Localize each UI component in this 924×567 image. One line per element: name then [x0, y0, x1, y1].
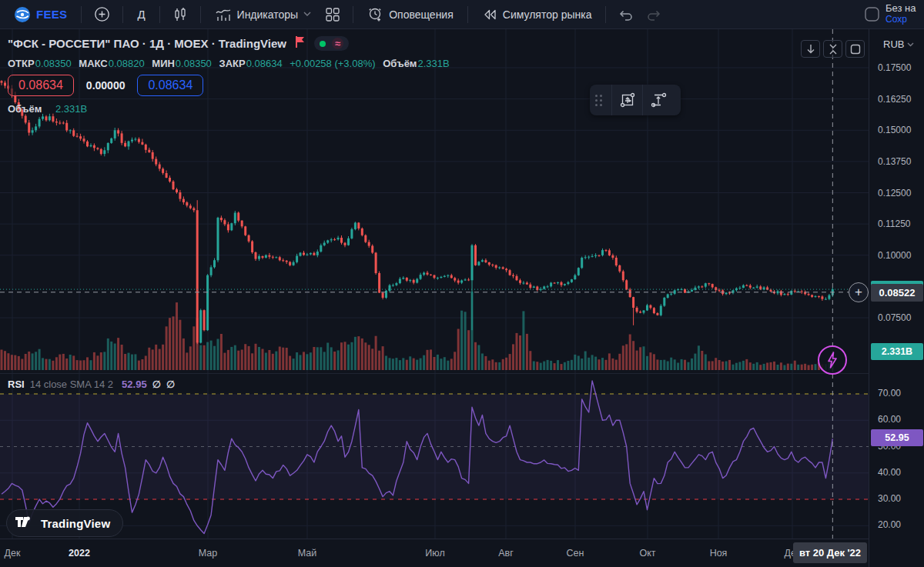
price-axis[interactable]: RUB 0.175000.162500.150000.137500.125000…: [869, 29, 924, 567]
top-toolbar: FEES Д Индикаторы: [0, 0, 924, 29]
price-tick: 0.13750: [869, 156, 924, 167]
price-range-button[interactable]: [642, 85, 673, 115]
market-status-dot: [320, 41, 326, 47]
lightning-icon: [825, 352, 839, 369]
layout-templates-button[interactable]: [319, 3, 346, 26]
tradingview-app: FEES Д Индикаторы: [0, 0, 924, 567]
price-tick: 0.11250: [869, 218, 924, 229]
tradingview-watermark[interactable]: TradingView: [6, 509, 123, 537]
time-axis-month-label: Сен: [567, 548, 584, 559]
status-toggle[interactable]: ≈: [314, 36, 349, 51]
arrow-down-icon: [805, 43, 817, 55]
time-axis-month-label: Окт: [639, 548, 655, 559]
toolbar-separator: [353, 6, 353, 23]
square-outline-icon: [864, 6, 880, 22]
chart-title[interactable]: "ФСК - РОССЕТИ" ПАО · 1Д · MOEX · Tradin…: [8, 37, 286, 50]
rsi-sma-empty-1: ∅: [152, 379, 161, 390]
sell-button[interactable]: 0.08634: [8, 75, 74, 96]
time-axis-month-label: Дек: [5, 548, 21, 559]
chevron-down-icon: [303, 12, 311, 17]
candles-layer: [1, 80, 834, 344]
time-axis[interactable]: Дек2022МарМайИюлАвгСенОктНояДек вт 20 Де…: [0, 539, 869, 567]
time-axis-month-label: Мар: [199, 548, 217, 559]
change-value: +0.00258 (+3.08%): [290, 58, 375, 69]
toolbar-separator: [467, 6, 468, 23]
time-axis-month-label: Май: [298, 548, 317, 559]
price-tick: 0.15000: [869, 125, 924, 135]
replay-button[interactable]: Симулятор рынка: [474, 3, 600, 26]
toolbar-separator: [81, 6, 82, 23]
chevron-down-icon: [907, 42, 914, 47]
buy-button[interactable]: 0.08634: [137, 75, 203, 96]
rsi-tick: 30.00: [869, 493, 924, 504]
rsi-sma-empty-2: ∅: [166, 379, 175, 390]
spread-value: 0.00000: [74, 79, 138, 92]
tradingview-logo-icon: [15, 516, 35, 530]
date-price-range-icon: [619, 92, 636, 108]
low-value: 0.08350: [176, 58, 212, 69]
price-tick: 0.07500: [869, 312, 924, 323]
symbol-name: FEES: [36, 8, 67, 21]
currency-label: RUB: [883, 38, 904, 50]
drag-handle-icon[interactable]: [595, 95, 608, 106]
toolbar-separator: [605, 6, 606, 23]
redo-button[interactable]: [640, 3, 668, 26]
indicators-label: Индикаторы: [237, 8, 299, 21]
layout-checkbox[interactable]: [864, 6, 880, 25]
undo-button[interactable]: [612, 3, 640, 26]
rsi-chart-svg[interactable]: [0, 374, 869, 539]
rsi-tick: 60.00: [869, 414, 924, 425]
high-label: МАКС: [79, 58, 107, 69]
indicators-button[interactable]: Индикаторы: [207, 3, 320, 26]
currency-selector[interactable]: RUB: [869, 38, 924, 50]
toolbar-separator: [159, 6, 160, 23]
crosshair-price-badge: 0.08522: [871, 284, 923, 302]
volume-label: Объём: [383, 58, 417, 69]
rsi-params: 14 close SMA 14 2: [30, 379, 113, 390]
collapse-pane-button[interactable]: [823, 40, 842, 58]
rsi-legend[interactable]: RSI 14 close SMA 14 2 52.95 ∅ ∅: [8, 379, 175, 390]
rsi-tick: 20.00: [869, 519, 924, 530]
rsi-band-fill: [0, 394, 869, 499]
rsi-pane[interactable]: RSI 14 close SMA 14 2 52.95 ∅ ∅ TradingV…: [0, 373, 869, 539]
date-price-range-button[interactable]: [611, 85, 642, 115]
flash-order-button[interactable]: [818, 345, 847, 375]
flag-icon[interactable]: [294, 35, 306, 52]
approx-toggle[interactable]: ≈: [332, 38, 343, 49]
replay-label: Симулятор рынка: [503, 8, 592, 21]
volume-indicator-row[interactable]: Объём 2.331B: [8, 103, 454, 115]
open-label: ОТКР: [8, 58, 35, 69]
symbol-button[interactable]: FEES: [6, 3, 75, 26]
price-pane[interactable]: "ФСК - РОССЕТИ" ПАО · 1Д · MOEX · Tradin…: [0, 29, 869, 373]
close-value: 0.08634: [246, 58, 283, 69]
scroll-to-recent-button[interactable]: [801, 40, 820, 58]
volume-indicator-label: Объём: [8, 103, 42, 115]
volume-bars-layer: [1, 292, 834, 370]
rewind-icon: [482, 8, 497, 22]
quick-trade-plus-button[interactable]: +: [849, 282, 869, 302]
interval-button[interactable]: Д: [129, 3, 152, 26]
chart-type-button[interactable]: [166, 3, 194, 26]
rsi-tick: 70.00: [869, 388, 924, 399]
alerts-button[interactable]: Оповещения: [360, 3, 461, 26]
compare-button[interactable]: [88, 3, 116, 26]
price-tick: 0.17500: [869, 62, 924, 73]
rsi-name: RSI: [8, 379, 25, 390]
volume-axis-badge: 2.331B: [871, 343, 923, 360]
maximize-pane-button[interactable]: [845, 40, 865, 58]
symbol-logo-icon: [14, 6, 31, 23]
layout-save[interactable]: Без на Сохр: [886, 2, 924, 25]
rsi-value: 52.95: [122, 379, 147, 390]
time-axis-month-label: 2022: [69, 548, 90, 559]
alarm-clock-icon: [367, 6, 383, 22]
chart-legend: "ФСК - РОССЕТИ" ПАО · 1Д · MOEX · Tradin…: [8, 35, 454, 115]
toolbar-separator: [200, 6, 201, 23]
price-tick: 0.12500: [869, 188, 924, 198]
circle-plus-icon: [94, 6, 110, 22]
candlestick-icon: [172, 7, 188, 22]
save-link[interactable]: Сохр: [886, 14, 924, 25]
price-tick: 0.16250: [869, 94, 924, 105]
close-label: ЗАКР: [219, 58, 245, 69]
indicators-icon: [215, 7, 232, 22]
floating-toolbar[interactable]: [590, 85, 681, 115]
